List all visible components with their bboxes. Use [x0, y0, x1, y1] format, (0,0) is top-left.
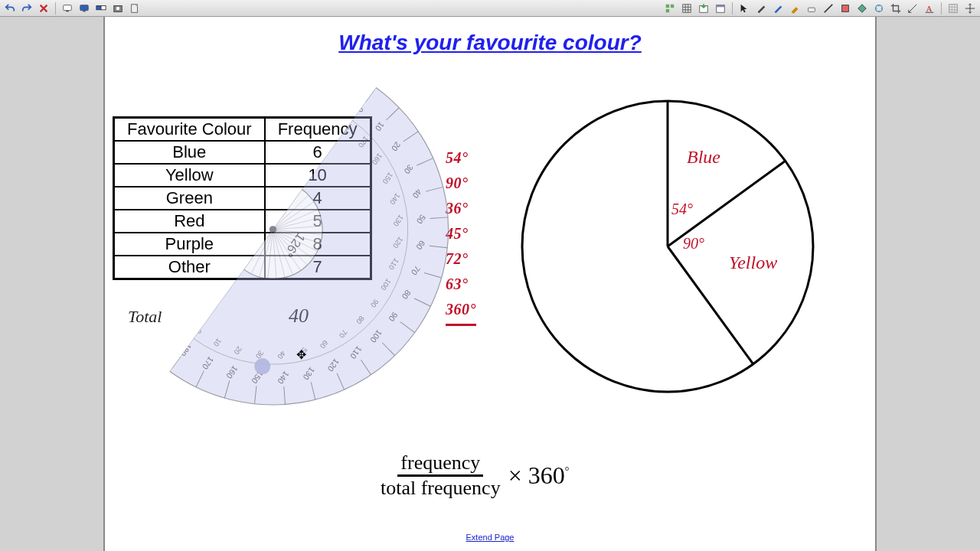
capture-icon[interactable] [111, 2, 125, 15]
screen2-icon[interactable] [77, 2, 91, 15]
undo-icon[interactable] [3, 2, 17, 15]
redo-icon[interactable] [20, 2, 34, 15]
svg-rect-0 [64, 5, 72, 10]
delete-icon[interactable] [37, 2, 51, 15]
svg-text:A: A [926, 4, 933, 12]
svg-rect-10 [671, 4, 674, 7]
angle-formula: frequency total frequency × 360° [381, 452, 569, 500]
move-icon[interactable] [963, 2, 977, 15]
svg-rect-9 [666, 4, 669, 7]
pie-slice-label-yellow: Yellow [729, 253, 777, 273]
crop-icon[interactable] [889, 2, 903, 15]
whiteboard-page: What's your favourite colour? Favourite … [103, 17, 877, 551]
svg-rect-2 [80, 5, 89, 10]
fill-icon[interactable] [855, 2, 869, 15]
svg-rect-12 [683, 4, 691, 12]
pen1-icon[interactable] [754, 2, 768, 15]
screen1-icon[interactable] [60, 2, 74, 15]
align-icon[interactable] [663, 2, 677, 15]
svg-rect-17 [842, 5, 849, 11]
svg-rect-15 [717, 5, 725, 7]
move-cursor-icon: ✥ [296, 347, 306, 362]
eraser-icon[interactable] [805, 2, 818, 15]
svg-rect-5 [101, 5, 106, 9]
table-icon[interactable] [680, 2, 694, 15]
pen2-icon[interactable] [771, 2, 785, 15]
svg-rect-20 [949, 4, 958, 12]
calendar-icon[interactable] [714, 2, 727, 15]
magic-icon[interactable] [872, 2, 886, 15]
extend-page-link[interactable]: Extend Page [105, 533, 875, 542]
dual-screen-icon[interactable] [94, 2, 108, 15]
pie-chart [514, 93, 821, 399]
app-toolbar: A [0, 0, 980, 17]
text-icon[interactable]: A [923, 2, 936, 15]
line-icon[interactable] [822, 2, 835, 15]
insert-icon[interactable] [697, 2, 710, 15]
measure-icon[interactable] [906, 2, 920, 15]
svg-rect-1 [66, 10, 69, 11]
pie-slice-angle-yellow: 90° [683, 235, 704, 253]
svg-rect-11 [666, 8, 669, 11]
shape-icon[interactable] [838, 2, 852, 15]
highlighter-icon[interactable] [788, 2, 802, 15]
page-tool-icon[interactable] [128, 2, 142, 15]
table-header-colour: Favourite Colour [114, 118, 265, 142]
svg-rect-16 [808, 8, 815, 11]
pointer-icon[interactable] [737, 2, 751, 15]
svg-point-7 [116, 6, 119, 9]
grid-icon[interactable] [946, 2, 960, 15]
svg-rect-3 [83, 10, 86, 11]
pie-slice-angle-blue: 54° [671, 201, 693, 218]
svg-rect-4 [96, 5, 101, 9]
page-title: What's your favourite colour? [105, 31, 875, 55]
pie-slice-label-blue: Blue [687, 147, 720, 168]
